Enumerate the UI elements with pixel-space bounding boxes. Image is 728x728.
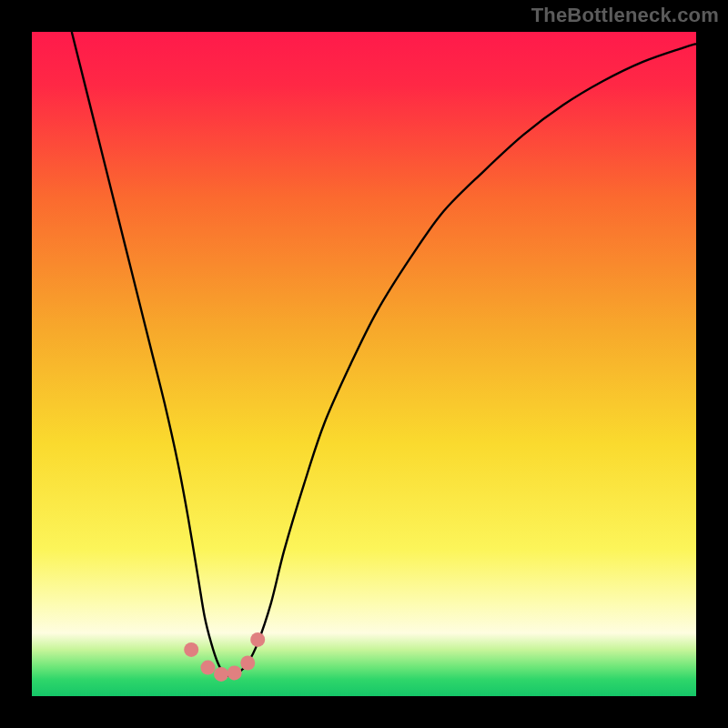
chart-svg: [32, 32, 696, 696]
trough-marker: [184, 642, 198, 657]
trough-marker: [214, 667, 228, 682]
trough-marker: [250, 632, 265, 647]
trough-marker: [200, 661, 215, 675]
trough-marker: [228, 665, 242, 680]
background-gradient: [32, 32, 696, 696]
watermark-text: TheBottleneck.com: [531, 4, 719, 27]
trough-marker: [240, 656, 255, 671]
chart-frame: TheBottleneck.com: [0, 0, 728, 728]
plot-area: [32, 32, 696, 696]
